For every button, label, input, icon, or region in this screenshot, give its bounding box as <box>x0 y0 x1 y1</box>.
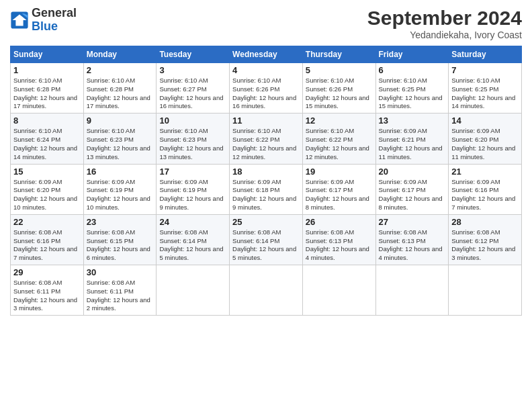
calendar-cell: 28 Sunrise: 6:08 AM Sunset: 6:12 PM Dayl… <box>449 214 522 265</box>
day-number: 21 <box>451 167 519 177</box>
sunset-label: Sunset: 6:12 PM <box>451 237 498 244</box>
sunrise-label: Sunrise: 6:10 AM <box>13 127 62 134</box>
location: Yedandiekaha, Ivory Coast <box>367 30 522 40</box>
daylight-label: Daylight: 12 hours and 10 minutes. <box>13 195 77 211</box>
day-number: 12 <box>306 116 373 126</box>
calendar-cell: 16 Sunrise: 6:09 AM Sunset: 6:19 PM Dayl… <box>83 164 157 214</box>
daylight-label: Daylight: 12 hours and 13 minutes. <box>159 144 223 161</box>
day-info: Sunrise: 6:10 AM Sunset: 6:23 PM Dayligh… <box>87 127 154 161</box>
sunset-label: Sunset: 6:19 PM <box>87 186 134 193</box>
day-number: 4 <box>232 65 300 75</box>
sunrise-label: Sunrise: 6:10 AM <box>306 77 354 84</box>
daylight-label: Daylight: 12 hours and 14 minutes. <box>13 144 77 161</box>
calendar-cell: 25 Sunrise: 6:08 AM Sunset: 6:14 PM Dayl… <box>230 214 303 265</box>
logo: General Blue <box>10 7 77 34</box>
sunset-label: Sunset: 6:18 PM <box>232 186 279 193</box>
day-info: Sunrise: 6:09 AM Sunset: 6:20 PM Dayligh… <box>451 127 519 161</box>
sunrise-label: Sunrise: 6:10 AM <box>87 77 135 84</box>
col-thursday: Thursday <box>302 46 375 63</box>
daylight-label: Daylight: 12 hours and 2 minutes. <box>87 296 150 312</box>
calendar-cell: 19 Sunrise: 6:09 AM Sunset: 6:17 PM Dayl… <box>302 164 375 214</box>
day-number: 22 <box>13 217 81 227</box>
daylight-label: Daylight: 12 hours and 6 minutes. <box>87 245 150 261</box>
calendar-cell: 12 Sunrise: 6:10 AM Sunset: 6:22 PM Dayl… <box>302 113 375 164</box>
calendar-cell <box>302 265 375 316</box>
sunset-label: Sunset: 6:20 PM <box>451 136 498 143</box>
sunrise-label: Sunrise: 6:10 AM <box>379 77 427 84</box>
daylight-label: Daylight: 12 hours and 7 minutes. <box>451 195 515 211</box>
daylight-label: Daylight: 12 hours and 5 minutes. <box>159 245 223 261</box>
day-number: 26 <box>306 217 373 227</box>
day-info: Sunrise: 6:10 AM Sunset: 6:25 PM Dayligh… <box>379 77 446 111</box>
day-info: Sunrise: 6:10 AM Sunset: 6:23 PM Dayligh… <box>159 127 226 161</box>
calendar-cell <box>230 265 303 316</box>
sunset-label: Sunset: 6:13 PM <box>306 237 353 244</box>
daylight-label: Daylight: 12 hours and 12 minutes. <box>232 144 296 161</box>
sunrise-label: Sunrise: 6:10 AM <box>159 77 208 84</box>
sunrise-label: Sunrise: 6:10 AM <box>306 127 354 134</box>
calendar-cell: 5 Sunrise: 6:10 AM Sunset: 6:26 PM Dayli… <box>302 63 375 113</box>
daylight-label: Daylight: 12 hours and 8 minutes. <box>306 195 369 211</box>
header: General Blue September 2024 Yedandiekaha… <box>10 7 522 40</box>
daylight-label: Daylight: 12 hours and 9 minutes. <box>159 195 223 211</box>
calendar-cell: 23 Sunrise: 6:08 AM Sunset: 6:15 PM Dayl… <box>83 214 157 265</box>
daylight-label: Daylight: 12 hours and 16 minutes. <box>232 94 296 110</box>
calendar-cell <box>157 265 230 316</box>
day-info: Sunrise: 6:09 AM Sunset: 6:17 PM Dayligh… <box>379 178 446 212</box>
day-number: 27 <box>379 217 446 227</box>
daylight-label: Daylight: 12 hours and 17 minutes. <box>87 94 150 110</box>
logo-general: General <box>32 6 77 19</box>
sunset-label: Sunset: 6:26 PM <box>232 85 279 93</box>
sunrise-label: Sunrise: 6:08 AM <box>306 228 354 236</box>
daylight-label: Daylight: 12 hours and 13 minutes. <box>87 144 150 161</box>
daylight-label: Daylight: 12 hours and 3 minutes. <box>451 245 515 261</box>
sunset-label: Sunset: 6:16 PM <box>451 186 498 193</box>
daylight-label: Daylight: 12 hours and 15 minutes. <box>379 94 443 110</box>
sunset-label: Sunset: 6:22 PM <box>306 136 353 143</box>
sunset-label: Sunset: 6:15 PM <box>87 237 134 244</box>
day-number: 10 <box>159 116 226 126</box>
day-info: Sunrise: 6:08 AM Sunset: 6:14 PM Dayligh… <box>159 228 226 263</box>
day-number: 20 <box>379 167 446 177</box>
sunset-label: Sunset: 6:13 PM <box>379 237 426 244</box>
day-info: Sunrise: 6:10 AM Sunset: 6:28 PM Dayligh… <box>13 77 81 111</box>
day-number: 25 <box>232 217 300 227</box>
day-number: 30 <box>87 267 154 277</box>
calendar-cell: 1 Sunrise: 6:10 AM Sunset: 6:28 PM Dayli… <box>11 63 84 113</box>
sunset-label: Sunset: 6:17 PM <box>379 186 426 193</box>
sunrise-label: Sunrise: 6:08 AM <box>13 228 62 236</box>
sunset-label: Sunset: 6:27 PM <box>159 85 206 93</box>
calendar-table: Sunday Monday Tuesday Wednesday Thursday… <box>10 46 522 316</box>
day-number: 29 <box>13 267 81 277</box>
sunset-label: Sunset: 6:23 PM <box>87 136 134 143</box>
calendar-cell: 3 Sunrise: 6:10 AM Sunset: 6:27 PM Dayli… <box>157 63 230 113</box>
sunrise-label: Sunrise: 6:08 AM <box>379 228 427 236</box>
sunset-label: Sunset: 6:26 PM <box>306 85 353 93</box>
day-info: Sunrise: 6:09 AM Sunset: 6:19 PM Dayligh… <box>87 178 154 212</box>
daylight-label: Daylight: 12 hours and 4 minutes. <box>379 245 443 261</box>
title-area: September 2024 Yedandiekaha, Ivory Coast <box>367 7 522 40</box>
day-number: 6 <box>379 65 446 75</box>
logo-text: General Blue <box>32 7 77 34</box>
calendar-cell: 21 Sunrise: 6:09 AM Sunset: 6:16 PM Dayl… <box>449 164 522 214</box>
sunrise-label: Sunrise: 6:08 AM <box>159 228 208 236</box>
sunrise-label: Sunrise: 6:09 AM <box>379 127 427 134</box>
daylight-label: Daylight: 12 hours and 17 minutes. <box>13 94 77 110</box>
sunrise-label: Sunrise: 6:08 AM <box>451 228 500 236</box>
calendar-cell: 9 Sunrise: 6:10 AM Sunset: 6:23 PM Dayli… <box>83 113 157 164</box>
sunset-label: Sunset: 6:19 PM <box>159 186 206 193</box>
sunset-label: Sunset: 6:16 PM <box>13 237 60 244</box>
calendar-cell: 4 Sunrise: 6:10 AM Sunset: 6:26 PM Dayli… <box>230 63 303 113</box>
daylight-label: Daylight: 12 hours and 10 minutes. <box>87 195 150 211</box>
sunset-label: Sunset: 6:23 PM <box>159 136 206 143</box>
sunrise-label: Sunrise: 6:10 AM <box>451 77 500 84</box>
calendar-cell: 27 Sunrise: 6:08 AM Sunset: 6:13 PM Dayl… <box>375 214 449 265</box>
day-number: 24 <box>159 217 226 227</box>
sunrise-label: Sunrise: 6:09 AM <box>232 178 281 185</box>
calendar-week-5: 29 Sunrise: 6:08 AM Sunset: 6:11 PM Dayl… <box>11 265 522 316</box>
col-tuesday: Tuesday <box>157 46 230 63</box>
sunrise-label: Sunrise: 6:10 AM <box>13 77 62 84</box>
sunset-label: Sunset: 6:21 PM <box>379 136 426 143</box>
calendar-cell: 8 Sunrise: 6:10 AM Sunset: 6:24 PM Dayli… <box>11 113 84 164</box>
day-number: 19 <box>306 167 373 177</box>
